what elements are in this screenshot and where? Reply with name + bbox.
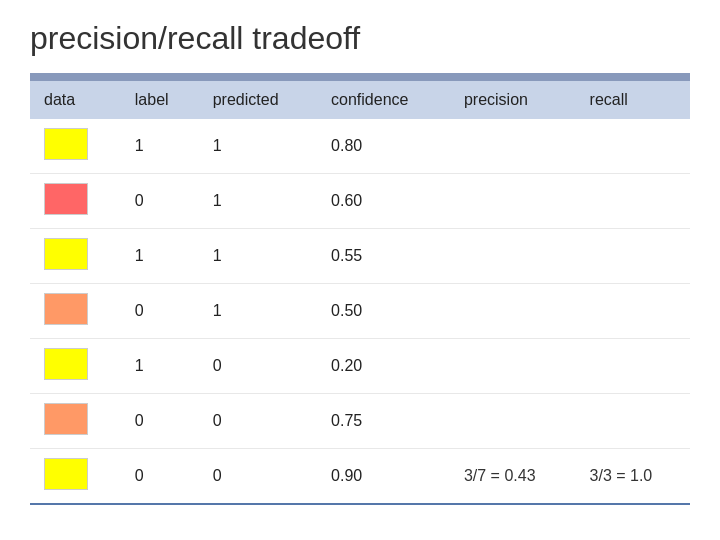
data-cell	[30, 394, 121, 449]
label-cell: 1	[121, 339, 199, 394]
table-row: 000.903/7 = 0.433/3 = 1.0	[30, 449, 690, 505]
label-cell: 0	[121, 394, 199, 449]
data-cell	[30, 229, 121, 284]
confidence-cell: 0.55	[317, 229, 450, 284]
table-header-row: data label predicted confidence precisio…	[30, 81, 690, 119]
col-header-label: label	[121, 81, 199, 119]
col-header-precision: precision	[450, 81, 576, 119]
header-bar	[30, 73, 690, 81]
table-row: 110.55	[30, 229, 690, 284]
recall-cell	[576, 174, 690, 229]
page-title: precision/recall tradeoff	[30, 20, 690, 57]
color-swatch	[44, 183, 88, 215]
confidence-cell: 0.80	[317, 119, 450, 174]
confidence-cell: 0.50	[317, 284, 450, 339]
confidence-cell: 0.90	[317, 449, 450, 505]
data-cell	[30, 174, 121, 229]
table-row: 000.75	[30, 394, 690, 449]
recall-cell	[576, 284, 690, 339]
table-row: 110.80	[30, 119, 690, 174]
label-cell: 1	[121, 229, 199, 284]
recall-cell	[576, 339, 690, 394]
data-cell	[30, 284, 121, 339]
predicted-cell: 0	[199, 449, 317, 505]
color-swatch	[44, 128, 88, 160]
precision-cell	[450, 394, 576, 449]
col-header-recall: recall	[576, 81, 690, 119]
color-swatch	[44, 403, 88, 435]
col-header-confidence: confidence	[317, 81, 450, 119]
table-wrapper: data label predicted confidence precisio…	[30, 81, 690, 505]
label-cell: 1	[121, 119, 199, 174]
precision-cell: 3/7 = 0.43	[450, 449, 576, 505]
label-cell: 0	[121, 284, 199, 339]
col-header-predicted: predicted	[199, 81, 317, 119]
data-cell	[30, 119, 121, 174]
label-cell: 0	[121, 449, 199, 505]
recall-cell	[576, 394, 690, 449]
color-swatch	[44, 238, 88, 270]
predicted-cell: 0	[199, 394, 317, 449]
color-swatch	[44, 458, 88, 490]
recall-cell: 3/3 = 1.0	[576, 449, 690, 505]
predicted-cell: 0	[199, 339, 317, 394]
precision-cell	[450, 119, 576, 174]
color-swatch	[44, 293, 88, 325]
table-row: 010.60	[30, 174, 690, 229]
precision-cell	[450, 339, 576, 394]
predicted-cell: 1	[199, 174, 317, 229]
recall-cell	[576, 229, 690, 284]
color-swatch	[44, 348, 88, 380]
recall-cell	[576, 119, 690, 174]
table-row: 100.20	[30, 339, 690, 394]
predicted-cell: 1	[199, 119, 317, 174]
confidence-cell: 0.60	[317, 174, 450, 229]
precision-cell	[450, 174, 576, 229]
label-cell: 0	[121, 174, 199, 229]
predicted-cell: 1	[199, 229, 317, 284]
main-table: data label predicted confidence precisio…	[30, 81, 690, 505]
confidence-cell: 0.75	[317, 394, 450, 449]
col-header-data: data	[30, 81, 121, 119]
data-cell	[30, 449, 121, 505]
data-cell	[30, 339, 121, 394]
precision-cell	[450, 284, 576, 339]
table-row: 010.50	[30, 284, 690, 339]
predicted-cell: 1	[199, 284, 317, 339]
page-container: precision/recall tradeoff data label pre…	[0, 0, 720, 540]
confidence-cell: 0.20	[317, 339, 450, 394]
precision-cell	[450, 229, 576, 284]
